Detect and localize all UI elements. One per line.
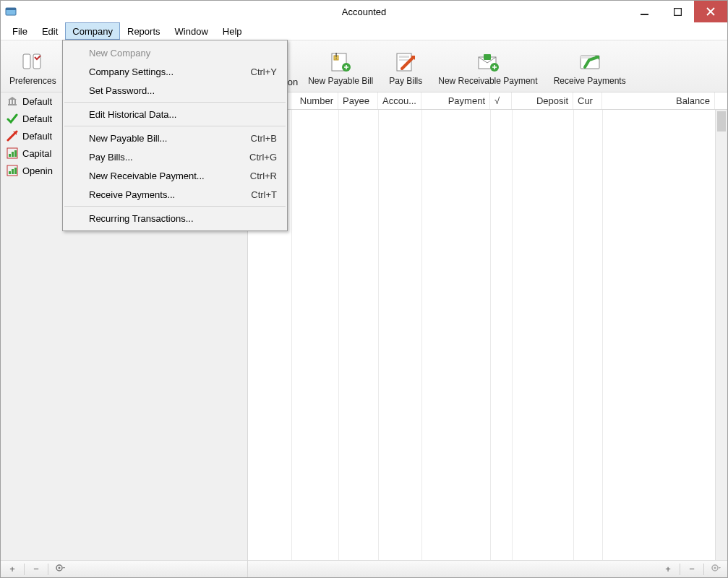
sidebar-item-label: Default xyxy=(22,113,52,124)
toolbar-hidden-suffix: on xyxy=(288,77,298,92)
check-green-icon xyxy=(7,113,18,124)
new-receivable-payment-button[interactable]: New Receivable Payment xyxy=(432,48,543,87)
col-check[interactable]: √ xyxy=(490,92,512,109)
menuitem-company-settings[interactable]: Company Settings... Ctrl+Y xyxy=(63,62,287,81)
svg-rect-21 xyxy=(8,104,17,105)
svg-rect-24 xyxy=(12,152,14,157)
preferences-label: Preferences xyxy=(9,76,56,86)
arrow-red-icon xyxy=(7,130,18,142)
menuitem-receive-payments[interactable]: Receive Payments... Ctrl+T xyxy=(63,185,287,204)
maximize-button[interactable] xyxy=(661,1,694,22)
menuitem-edit-historical-data[interactable]: Edit Historical Data... xyxy=(63,105,287,124)
chart-green-icon xyxy=(7,165,18,176)
menuitem-label: Receive Payments... xyxy=(89,189,175,200)
menuitem-shortcut: Ctrl+T xyxy=(251,189,277,200)
new-payable-bill-button[interactable]: ! New Payable Bill xyxy=(302,48,379,87)
app-window: Accounted File Edit Company Reports Wind… xyxy=(0,0,728,578)
svg-rect-2 xyxy=(641,14,648,15)
window-title: Accounted xyxy=(1,7,727,17)
menu-window[interactable]: Window xyxy=(168,22,215,40)
svg-rect-11 xyxy=(399,56,409,58)
col-cur[interactable]: Cur xyxy=(573,92,602,109)
preferences-icon xyxy=(20,50,45,74)
company-menu-dropdown: New Company Company Settings... Ctrl+Y S… xyxy=(62,40,288,231)
receive-payments-icon xyxy=(578,50,602,74)
sidebar-item-label: Openin xyxy=(22,165,53,176)
menuitem-label: New Payable Bill... xyxy=(89,133,167,144)
menu-reports[interactable]: Reports xyxy=(120,22,168,40)
content-add-button[interactable]: + xyxy=(659,563,677,576)
menuitem-new-payable-bill[interactable]: New Payable Bill... Ctrl+B xyxy=(63,129,287,147)
svg-rect-29 xyxy=(14,168,17,174)
col-payee[interactable]: Payee xyxy=(338,92,378,109)
column-headers: e Number Payee Accou... Payment √ Deposi… xyxy=(248,92,727,110)
pay-bills-icon xyxy=(393,50,418,74)
sidebar-item-label: Default xyxy=(22,131,52,142)
menu-separator xyxy=(64,206,286,207)
menuitem-label: Set Password... xyxy=(89,85,155,96)
receive-payments-label: Receive Payments xyxy=(554,76,626,86)
menuitem-label: Pay Bills... xyxy=(89,152,133,163)
menuitem-shortcut: Ctrl+G xyxy=(249,152,277,163)
menu-separator xyxy=(64,126,286,126)
menu-separator xyxy=(64,102,286,103)
menuitem-label: New Receivable Payment... xyxy=(89,171,205,181)
close-button[interactable] xyxy=(694,1,727,22)
vertical-scrollbar[interactable] xyxy=(715,110,727,560)
app-icon xyxy=(5,6,17,17)
menuitem-new-company[interactable]: New Company xyxy=(63,43,287,62)
menuitem-recurring-transactions[interactable]: Recurring Transactions... xyxy=(63,209,287,228)
svg-point-31 xyxy=(59,567,61,569)
svg-rect-18 xyxy=(9,100,10,104)
col-payment[interactable]: Payment xyxy=(421,92,490,109)
menuitem-pay-bills[interactable]: Pay Bills... Ctrl+G xyxy=(63,147,287,166)
content-remove-button[interactable]: − xyxy=(683,563,701,576)
sidebar-add-button[interactable]: + xyxy=(4,563,21,576)
gear-icon xyxy=(711,563,721,575)
menuitem-shortcut: Ctrl+B xyxy=(251,133,277,144)
new-receivable-payment-label: New Receivable Payment xyxy=(438,76,537,86)
svg-rect-20 xyxy=(14,100,16,104)
sidebar-item-label: Default xyxy=(22,96,52,107)
menuitem-label: New Company xyxy=(89,48,150,59)
sidebar-gear-button[interactable] xyxy=(51,563,69,576)
menu-company[interactable]: Company xyxy=(65,22,120,40)
titlebar: Accounted xyxy=(1,1,727,22)
svg-rect-12 xyxy=(399,59,409,61)
new-payable-bill-label: New Payable Bill xyxy=(308,76,373,86)
menu-help[interactable]: Help xyxy=(215,22,249,40)
svg-rect-25 xyxy=(14,150,17,157)
menuitem-shortcut: Ctrl+R xyxy=(250,171,277,181)
content-gear-button[interactable] xyxy=(707,563,724,576)
pay-bills-label: Pay Bills xyxy=(389,76,422,86)
menuitem-shortcut: Ctrl+Y xyxy=(251,66,277,77)
menubar: File Edit Company Reports Window Help xyxy=(1,22,727,40)
menuitem-label: Recurring Transactions... xyxy=(89,213,194,224)
sidebar-item-label: Capital xyxy=(22,148,51,159)
svg-rect-19 xyxy=(12,100,13,104)
sidebar-footer: + − xyxy=(1,560,247,577)
col-account[interactable]: Accou... xyxy=(378,92,421,109)
svg-rect-14 xyxy=(484,54,491,60)
svg-point-33 xyxy=(714,567,716,569)
menuitem-new-receivable-payment[interactable]: New Receivable Payment... Ctrl+R xyxy=(63,166,287,185)
chart-green-icon xyxy=(7,147,18,159)
svg-rect-3 xyxy=(674,8,681,15)
col-balance[interactable]: Balance xyxy=(602,92,715,109)
menu-file[interactable]: File xyxy=(5,22,35,40)
menuitem-set-password[interactable]: Set Password... xyxy=(63,81,287,100)
content-area: e Number Payee Accou... Payment √ Deposi… xyxy=(248,92,727,577)
svg-rect-4 xyxy=(23,54,30,69)
col-deposit[interactable]: Deposit xyxy=(512,92,573,109)
svg-rect-23 xyxy=(9,154,11,157)
minimize-button[interactable] xyxy=(628,1,661,22)
sidebar-remove-button[interactable]: − xyxy=(27,563,45,576)
col-number[interactable]: Number xyxy=(291,92,338,109)
grid-body xyxy=(248,110,727,560)
menu-edit[interactable]: Edit xyxy=(35,22,65,40)
envelope-plus-icon xyxy=(476,50,500,74)
receive-payments-button[interactable]: Receive Payments xyxy=(548,48,632,87)
preferences-button[interactable]: Preferences xyxy=(4,48,62,87)
gear-icon xyxy=(55,563,65,575)
pay-bills-button[interactable]: Pay Bills xyxy=(383,48,428,87)
